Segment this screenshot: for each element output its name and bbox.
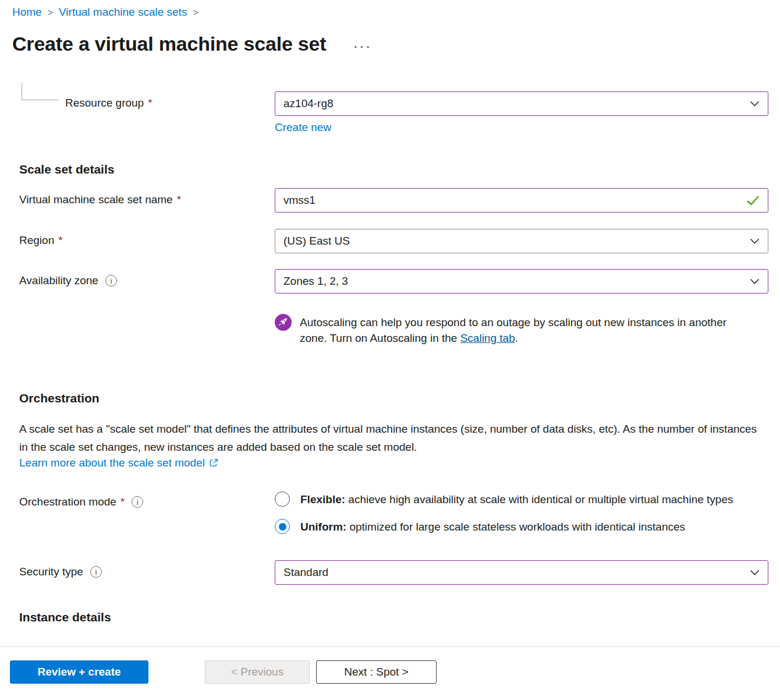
chevron-down-icon [750, 238, 760, 245]
radio-unchecked-icon[interactable] [275, 492, 290, 507]
info-icon[interactable]: i [105, 275, 117, 287]
resource-group-label: Resource group * [19, 91, 275, 109]
instance-details-heading: Instance details [19, 610, 768, 624]
previous-button[interactable]: < Previous [205, 660, 310, 684]
uniform-option-description: optimized for large scale stateless work… [346, 521, 685, 533]
orchestration-description: A scale set has a "scale set model" that… [19, 420, 768, 456]
autoscaling-note-suffix: . [515, 332, 518, 344]
orchestration-mode-label-text: Orchestration mode [19, 496, 116, 508]
next-spot-button[interactable]: Next : Spot > [316, 660, 437, 684]
learn-more-line: Learn more about the scale set model [19, 457, 768, 469]
vmss-name-input[interactable] [283, 189, 740, 212]
availability-zone-label: Availability zone i [19, 269, 275, 287]
tree-connector [22, 83, 58, 100]
orchestration-mode-row: Orchestration mode * i Flexible: achieve… [19, 490, 768, 536]
uniform-option-name: Uniform: [300, 521, 346, 533]
resource-group-value: az104-rg8 [283, 97, 744, 110]
region-label-text: Region [19, 234, 54, 247]
required-asterisk: * [177, 193, 181, 206]
breadcrumb-separator-icon: > [48, 7, 53, 18]
breadcrumb: Home > Virtual machine scale sets > [12, 6, 768, 19]
page-title-row: Create a virtual machine scale set ··· [12, 33, 768, 55]
vmss-name-field [275, 188, 768, 213]
security-type-row: Security type i Standard [19, 560, 768, 585]
breadcrumb-vmss-link[interactable]: Virtual machine scale sets [59, 6, 187, 19]
vmss-name-label-text: Virtual machine scale set name [19, 193, 173, 206]
autoscaling-note-text: Autoscaling can help you respond to an o… [300, 314, 733, 346]
checkmark-icon [746, 195, 760, 206]
chevron-down-icon [750, 101, 760, 107]
rocket-icon [275, 314, 292, 331]
breadcrumb-home-link[interactable]: Home [12, 6, 42, 19]
region-row: Region * (US) East US [19, 229, 768, 253]
breadcrumb-separator-icon: > [193, 7, 198, 18]
more-options-ellipsis-icon[interactable]: ··· [354, 36, 373, 53]
region-value: (US) East US [283, 235, 744, 248]
uniform-option-text: Uniform: optimized for large scale state… [300, 518, 685, 536]
availability-zone-value: Zones 1, 2, 3 [283, 275, 744, 288]
create-new-resource-group-link[interactable]: Create new [275, 121, 331, 134]
resource-group-dropdown[interactable]: az104-rg8 [275, 91, 768, 116]
availability-zone-label-text: Availability zone [19, 274, 98, 287]
chevron-down-icon [750, 570, 760, 576]
radio-option-uniform[interactable]: Uniform: optimized for large scale state… [275, 518, 768, 536]
radio-option-flexible[interactable]: Flexible: achieve high availability at s… [275, 490, 768, 508]
external-link-icon [209, 458, 218, 468]
info-icon[interactable]: i [132, 496, 143, 508]
security-type-dropdown[interactable]: Standard [275, 560, 768, 585]
vmss-name-row: Virtual machine scale set name * [19, 188, 768, 213]
region-dropdown[interactable]: (US) East US [275, 229, 768, 253]
scaling-tab-link[interactable]: Scaling tab [460, 332, 515, 344]
region-label: Region * [19, 229, 275, 247]
flexible-option-name: Flexible: [300, 493, 345, 505]
radio-checked-icon[interactable] [275, 519, 290, 534]
flexible-option-text: Flexible: achieve high availability at s… [300, 490, 733, 508]
info-icon[interactable]: i [90, 566, 102, 578]
radio-dot [279, 523, 286, 531]
required-asterisk: * [58, 234, 62, 247]
availability-zone-row: Availability zone i Zones 1, 2, 3 [19, 269, 768, 294]
security-type-label: Security type i [19, 560, 275, 578]
security-type-label-text: Security type [19, 565, 83, 578]
vmss-name-label: Virtual machine scale set name * [19, 188, 275, 206]
page-title: Create a virtual machine scale set [12, 33, 326, 55]
required-asterisk: * [148, 97, 152, 109]
availability-zone-dropdown[interactable]: Zones 1, 2, 3 [275, 269, 768, 294]
footer-action-bar: Review + create < Previous Next : Spot > [0, 646, 780, 700]
scale-set-details-heading: Scale set details [19, 162, 768, 176]
resource-group-label-text: Resource group [65, 97, 144, 109]
learn-more-link[interactable]: Learn more about the scale set model [19, 457, 205, 469]
flexible-option-description: achieve high availability at scale with … [345, 493, 733, 505]
autoscaling-note: Autoscaling can help you respond to an o… [275, 314, 768, 346]
orchestration-heading: Orchestration [19, 391, 768, 405]
security-type-value: Standard [283, 566, 744, 579]
create-form: Resource group * az104-rg8 Create new Sc… [19, 91, 768, 624]
required-asterisk: * [120, 496, 125, 508]
orchestration-mode-options: Flexible: achieve high availability at s… [275, 490, 768, 536]
chevron-down-icon [750, 278, 760, 285]
resource-group-row: Resource group * az104-rg8 Create new [19, 91, 768, 134]
create-vmss-page: Home > Virtual machine scale sets > Crea… [0, 0, 780, 624]
review-create-button[interactable]: Review + create [10, 660, 148, 684]
orchestration-mode-label: Orchestration mode * i [19, 490, 275, 508]
